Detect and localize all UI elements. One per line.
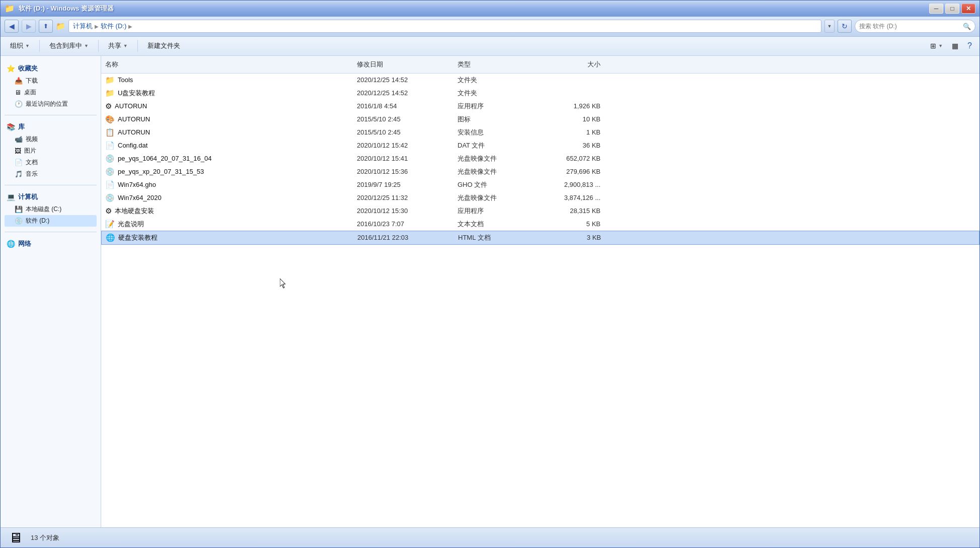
table-row[interactable]: 📁U盘安装教程2020/12/25 14:52文件夹 [101, 87, 979, 100]
sidebar-title-network[interactable]: 🌐 网络 [5, 237, 97, 250]
table-row[interactable]: 📋AUTORUN2015/5/10 2:45安装信息1 KB [101, 126, 979, 139]
maximize-button[interactable]: □ [945, 4, 959, 14]
file-name-cell: 📁U盘安装教程 [101, 88, 353, 99]
file-type-cell: DAT 文件 [454, 140, 534, 151]
table-row[interactable]: ⚙本地硬盘安装2020/10/12 15:30应用程序28,315 KB [101, 204, 979, 218]
breadcrumb-sep1: ▶ [95, 24, 99, 29]
recent-label: 最近访问的位置 [26, 100, 68, 108]
col-type-header[interactable]: 类型 [454, 58, 534, 71]
breadcrumb-drive[interactable]: 软件 (D:) [101, 22, 126, 31]
sidebar-title-library[interactable]: 📚 库 [5, 120, 97, 133]
recent-icon: 🕐 [15, 100, 23, 108]
preview-pane-icon: ▦ [952, 42, 958, 50]
forward-button[interactable]: ▶ [22, 20, 36, 33]
sidebar-item-downloads[interactable]: 📥 下载 [5, 75, 97, 87]
sidebar-item-recent[interactable]: 🕐 最近访问的位置 [5, 98, 97, 110]
view-options-button[interactable]: ⊞ ▼ [927, 39, 946, 53]
file-name-text: Tools [118, 76, 133, 84]
table-row[interactable]: 📄Config.dat2020/10/12 15:42DAT 文件36 KB [101, 139, 979, 152]
sidebar-item-documents[interactable]: 📄 文档 [5, 157, 97, 168]
file-date-cell: 2019/9/7 19:25 [353, 180, 454, 189]
title-bar-controls: ─ □ ✕ [929, 4, 975, 14]
file-date-cell: 2020/12/25 11:32 [353, 193, 454, 202]
sidebar-title-computer[interactable]: 💻 计算机 [5, 190, 97, 203]
file-type-cell: HTML 文档 [454, 232, 535, 243]
favorites-icon: ⭐ [7, 64, 15, 73]
file-name-cell: 💿Win7x64_2020 [101, 192, 353, 203]
file-type-cell: 光盘映像文件 [454, 166, 534, 177]
pictures-icon: 🖼 [15, 147, 21, 155]
table-row[interactable]: 🌐硬盘安装教程2016/11/21 22:03HTML 文档3 KB [101, 231, 979, 245]
col-name-header[interactable]: 名称 [101, 58, 353, 71]
file-date-cell: 2020/10/12 15:42 [353, 141, 454, 150]
file-type-cell: 安装信息 [454, 127, 534, 138]
table-row[interactable]: 💿pe_yqs_1064_20_07_31_16_042020/10/12 15… [101, 152, 979, 165]
file-date-cell: 2016/1/8 4:54 [353, 101, 454, 111]
file-icon: 🌐 [106, 233, 115, 242]
sidebar-section-favorites: ⭐ 收藏夹 📥 下载 🖥 桌面 🕐 最近访问的位置 [1, 60, 101, 112]
table-row[interactable]: 💿pe_yqs_xp_20_07_31_15_532020/10/12 15:3… [101, 165, 979, 178]
minimize-button[interactable]: ─ [929, 4, 943, 14]
toolbar-separator-3 [137, 40, 138, 52]
new-folder-label: 新建文件夹 [147, 41, 180, 50]
organize-button[interactable]: 组织 ▼ [5, 39, 35, 53]
preview-pane-button[interactable]: ▦ [948, 39, 962, 53]
documents-label: 文档 [26, 158, 38, 167]
sidebar-item-music[interactable]: 🎵 音乐 [5, 168, 97, 180]
sidebar-title-favorites[interactable]: ⭐ 收藏夹 [5, 62, 97, 75]
file-date-cell: 2015/5/10 2:45 [353, 127, 454, 137]
address-dropdown-button[interactable]: ▼ [824, 20, 835, 33]
file-name-text: Config.dat [118, 142, 147, 149]
sidebar-item-videos[interactable]: 📹 视频 [5, 133, 97, 145]
new-folder-button[interactable]: 新建文件夹 [142, 39, 186, 53]
file-size-cell: 652,072 KB [534, 154, 605, 163]
breadcrumb-sep2: ▶ [128, 24, 132, 29]
search-box[interactable]: 🔍 [855, 20, 975, 33]
sidebar-item-desktop[interactable]: 🖥 桌面 [5, 87, 97, 98]
file-date-cell: 2020/10/12 15:36 [353, 167, 454, 176]
sidebar-item-pictures[interactable]: 🖼 图片 [5, 145, 97, 157]
file-type-cell: 光盘映像文件 [454, 153, 534, 164]
sidebar-item-drive-c[interactable]: 💾 本地磁盘 (C:) [5, 203, 97, 215]
file-date-cell: 2020/12/25 14:52 [353, 88, 454, 98]
library-icon: 📚 [7, 123, 15, 131]
col-size-header[interactable]: 大小 [534, 58, 605, 71]
sidebar-item-drive-d[interactable]: 💿 软件 (D:) [5, 215, 97, 227]
close-button[interactable]: ✕ [961, 4, 975, 14]
file-type-cell: 文件夹 [454, 88, 534, 99]
col-date-header[interactable]: 修改日期 [353, 58, 454, 71]
file-name-cell: 🎨AUTORUN [101, 114, 353, 125]
include-library-dropdown-icon: ▼ [84, 43, 89, 48]
breadcrumb-computer[interactable]: 计算机 [73, 22, 93, 31]
file-size-cell: 28,315 KB [534, 206, 605, 216]
file-name-cell: 📝光盘说明 [101, 219, 353, 230]
file-name-text: Win7x64_2020 [118, 194, 162, 201]
include-library-button[interactable]: 包含到库中 ▼ [44, 39, 94, 53]
table-row[interactable]: 📄Win7x64.gho2019/9/7 19:25GHO 文件2,900,81… [101, 178, 979, 191]
file-name-text: 光盘说明 [118, 220, 144, 229]
file-icon: 🎨 [105, 115, 115, 124]
organize-dropdown-icon: ▼ [25, 43, 30, 48]
table-row[interactable]: 📝光盘说明2016/10/23 7:07文本文档5 KB [101, 218, 979, 231]
file-size-cell [534, 92, 605, 94]
file-name-text: pe_yqs_1064_20_07_31_16_04 [118, 155, 212, 162]
table-row[interactable]: 📁Tools2020/12/25 14:52文件夹 [101, 74, 979, 87]
file-icon: 📁 [105, 89, 115, 98]
share-dropdown-icon: ▼ [123, 43, 128, 48]
file-icon: 📋 [105, 128, 115, 137]
table-row[interactable]: ⚙AUTORUN2016/1/8 4:54应用程序1,926 KB [101, 100, 979, 113]
help-button[interactable]: ? [964, 39, 975, 53]
file-date-cell: 2015/5/10 2:45 [353, 114, 454, 124]
refresh-button[interactable]: ↻ [838, 20, 852, 33]
share-button[interactable]: 共享 ▼ [103, 39, 133, 53]
file-icon: 💿 [105, 154, 115, 163]
file-name-text: AUTORUN [118, 128, 150, 136]
file-list-body: 📁Tools2020/12/25 14:52文件夹📁U盘安装教程2020/12/… [101, 74, 979, 527]
up-button[interactable]: ⬆ [39, 20, 53, 33]
back-button[interactable]: ◀ [5, 20, 19, 33]
table-row[interactable]: 💿Win7x64_20202020/12/25 11:32光盘映像文件3,874… [101, 191, 979, 204]
search-input[interactable] [859, 23, 961, 30]
file-icon: 📄 [105, 180, 115, 189]
table-row[interactable]: 🎨AUTORUN2015/5/10 2:45图标10 KB [101, 113, 979, 126]
toolbar-separator-1 [39, 40, 40, 52]
